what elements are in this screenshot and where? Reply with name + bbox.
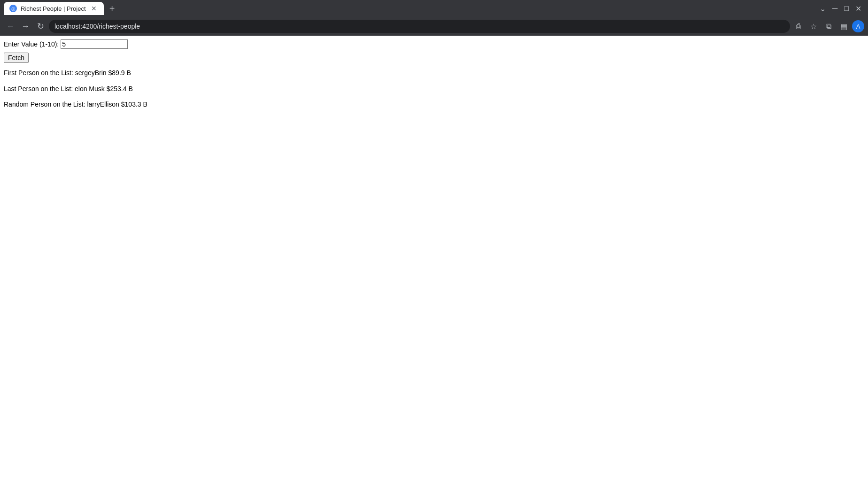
profile-avatar[interactable]: A xyxy=(852,20,864,32)
maximize-icon[interactable]: □ xyxy=(841,2,852,15)
tab-bar-controls: ⌄ ─ □ ✕ xyxy=(817,2,864,15)
input-row: Enter Value (1-10): xyxy=(4,39,864,49)
address-bar[interactable]: localhost:4200/richest-people xyxy=(49,20,790,33)
sidebar-icon[interactable]: ▤ xyxy=(837,20,850,33)
last-person-result: Last Person on the List: elon Musk $253.… xyxy=(4,85,864,94)
tab-favicon-icon xyxy=(9,5,17,12)
url-display: localhost:4200/richest-people xyxy=(54,23,784,30)
toolbar: ← → ↻ localhost:4200/richest-people ⎙ ☆ … xyxy=(0,17,868,36)
value-input[interactable] xyxy=(61,39,128,49)
tab-close-button[interactable]: ✕ xyxy=(90,4,98,13)
extensions-icon[interactable]: ⧉ xyxy=(822,20,835,33)
new-tab-button[interactable]: + xyxy=(106,2,119,15)
close-window-icon[interactable]: ✕ xyxy=(852,2,864,15)
reload-button[interactable]: ↻ xyxy=(34,20,47,33)
page-content: Enter Value (1-10): Fetch First Person o… xyxy=(0,36,868,494)
toolbar-right: ⎙ ☆ ⧉ ▤ A xyxy=(792,20,864,33)
tab-bar: Richest People | Project ✕ + ⌄ ─ □ ✕ xyxy=(0,0,868,17)
dropdown-icon[interactable]: ⌄ xyxy=(817,2,829,15)
first-person-result: First Person on the List: sergeyBrin $89… xyxy=(4,69,864,78)
tab-title: Richest People | Project xyxy=(21,5,86,12)
input-label: Enter Value (1-10): xyxy=(4,40,59,48)
minimize-icon[interactable]: ─ xyxy=(829,2,840,15)
active-tab[interactable]: Richest People | Project ✕ xyxy=(4,2,104,15)
back-button[interactable]: ← xyxy=(4,20,17,33)
share-icon[interactable]: ⎙ xyxy=(792,20,805,33)
fetch-button[interactable]: Fetch xyxy=(4,53,29,63)
bookmark-icon[interactable]: ☆ xyxy=(807,20,820,33)
random-person-result: Random Person on the List: larryEllison … xyxy=(4,100,864,109)
browser-chrome: Richest People | Project ✕ + ⌄ ─ □ ✕ ← →… xyxy=(0,0,868,36)
forward-button[interactable]: → xyxy=(19,20,32,33)
